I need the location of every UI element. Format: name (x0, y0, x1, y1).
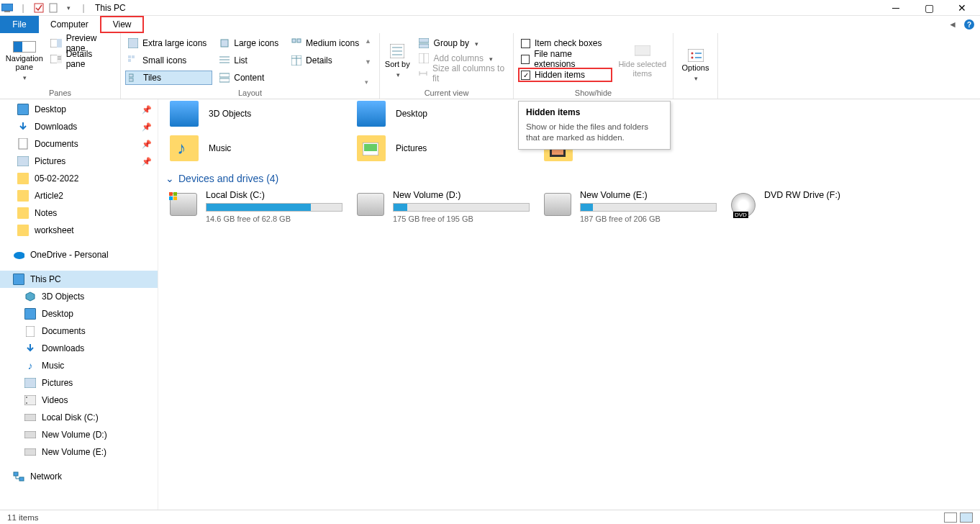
view-details[interactable]: Details (289, 53, 365, 68)
file-extensions-toggle[interactable]: File name extensions (518, 52, 612, 66)
drive-icon (24, 429, 36, 441)
pin-icon: 📌 (142, 122, 152, 132)
svg-rect-32 (419, 44, 429, 48)
layout-scroll-down[interactable]: ▼ (365, 58, 375, 66)
folder-3d-objects[interactable]: 3D Objects (170, 99, 335, 131)
tree-3d-objects[interactable]: 3D Objects (0, 288, 158, 305)
tree-documents[interactable]: Documents📌 (0, 135, 158, 153)
tree-folder[interactable]: worksheet (0, 222, 158, 239)
view-list[interactable]: List (217, 53, 284, 68)
drive-e[interactable]: New Volume (E:) 187 GB free of 206 GB (544, 190, 717, 223)
layout-scroll-up[interactable]: ▲ (365, 37, 375, 45)
sort-icon (390, 44, 404, 58)
tree-this-pc[interactable]: This PC (0, 271, 158, 288)
minimize-button[interactable]: ─ (879, 0, 912, 16)
tab-view[interactable]: View (100, 16, 145, 33)
desktop-icon (24, 308, 36, 320)
tree-downloads2[interactable]: Downloads (0, 340, 158, 357)
size-all-columns-button[interactable]: Size all columns to fit (415, 66, 509, 81)
group-label-showhide: Show/hide (518, 87, 668, 97)
separator: | (78, 2, 89, 14)
status-view-details[interactable] (944, 512, 957, 523)
navigation-pane-icon (13, 41, 36, 53)
drive-icon (357, 193, 384, 216)
status-text: 11 items (7, 513, 38, 522)
item-checkboxes-toggle[interactable]: Item check boxes (518, 36, 612, 50)
svg-rect-25 (219, 73, 230, 77)
folder-icon (357, 101, 386, 127)
navigation-tree[interactable]: Desktop📌 Downloads📌 Documents📌 Pictures📌… (0, 99, 158, 510)
layout-expand[interactable]: ▾ (365, 78, 375, 86)
tree-pictures[interactable]: Pictures📌 (0, 153, 158, 170)
view-medium[interactable]: Medium icons (289, 36, 365, 50)
tree-onedrive[interactable]: OneDrive - Personal (0, 246, 158, 263)
sort-by-button[interactable]: Sort by (384, 36, 411, 87)
tree-videos[interactable]: Videos (0, 392, 158, 409)
svg-marker-44 (26, 292, 35, 301)
group-label-panes: Panes (4, 87, 116, 97)
svg-rect-2 (35, 4, 43, 12)
options-button[interactable]: Options (678, 36, 713, 96)
qat-item[interactable] (33, 2, 45, 14)
preview-pane-button[interactable]: Preview pane (47, 36, 116, 50)
status-view-tiles[interactable] (960, 512, 973, 523)
hidden-items-toggle[interactable]: Hidden items (518, 68, 612, 82)
view-extra-large[interactable]: Extra large icons (125, 36, 212, 50)
maximize-button[interactable]: ▢ (912, 0, 945, 16)
tree-folder[interactable]: Article2 (0, 187, 158, 204)
svg-rect-41 (19, 138, 27, 149)
help-icon[interactable]: ? (964, 19, 974, 30)
svg-point-39 (691, 57, 693, 59)
view-tiles[interactable]: Tiles (125, 71, 212, 85)
tree-folder[interactable]: 05-02-2022 (0, 170, 158, 187)
navigation-pane-button[interactable]: Navigation pane (4, 36, 45, 87)
view-small[interactable]: Small icons (125, 53, 212, 68)
drive-d[interactable]: New Volume (D:) 175 GB free of 195 GB (357, 190, 530, 223)
tree-c-drive[interactable]: Local Disk (C:) (0, 409, 158, 426)
tree-documents2[interactable]: Documents (0, 322, 158, 340)
tree-network[interactable]: Network (0, 468, 158, 485)
svg-rect-38 (695, 53, 702, 54)
svg-rect-24 (129, 78, 133, 81)
hide-selected-button[interactable]: Hide selected items (617, 36, 669, 87)
folder-icon: ♪ (170, 135, 199, 161)
tab-file[interactable]: File (0, 16, 39, 33)
size-columns-icon (418, 68, 428, 79)
tree-desktop[interactable]: Desktop📌 (0, 101, 158, 118)
drive-c[interactable]: Local Disk (C:) 14.6 GB free of 62.8 GB (170, 190, 342, 223)
tree-desktop2[interactable]: Desktop (0, 305, 158, 322)
tree-folder[interactable]: Notes (0, 204, 158, 222)
group-by-button[interactable]: Group by (415, 36, 509, 50)
music-icon: ♪ (24, 360, 36, 371)
folder-pictures[interactable]: Pictures (357, 131, 522, 166)
folder-desktop[interactable]: Desktop (357, 99, 522, 131)
svg-rect-51 (24, 431, 36, 438)
tab-computer[interactable]: Computer (39, 16, 100, 33)
tree-music[interactable]: ♪Music (0, 357, 158, 374)
svg-rect-46 (24, 378, 36, 388)
drive-f[interactable]: DVD DVD RW Drive (F:) (731, 190, 904, 223)
tree-d-drive[interactable]: New Volume (D:) (0, 426, 158, 443)
thispc-icon (13, 274, 24, 285)
view-large[interactable]: Large icons (217, 36, 284, 50)
details-pane-button[interactable]: Details pane (47, 52, 116, 66)
tree-e-drive[interactable]: New Volume (E:) (0, 443, 158, 461)
folder-icon (17, 190, 29, 202)
qat-dropdown[interactable] (62, 2, 73, 14)
section-devices[interactable]: ⌄Devices and drives (4) (165, 173, 968, 184)
close-button[interactable]: ✕ (945, 0, 979, 16)
ribbon-pin-icon[interactable]: ◄ (948, 19, 957, 30)
view-content[interactable]: Content (217, 71, 284, 85)
onedrive-icon (13, 249, 24, 261)
details-pane-icon (50, 53, 62, 65)
svg-rect-3 (50, 4, 57, 12)
content-pane[interactable]: 3D Objects Desktop Downloads ♪Music Pict… (158, 99, 980, 510)
qat-item[interactable] (47, 2, 59, 14)
tree-downloads[interactable]: Downloads📌 (0, 118, 158, 135)
tree-pictures2[interactable]: Pictures (0, 374, 158, 392)
svg-rect-50 (24, 414, 36, 421)
svg-rect-14 (128, 55, 131, 58)
thispc-title-icon (1, 2, 13, 14)
folder-music[interactable]: ♪Music (170, 131, 335, 166)
svg-rect-10 (128, 38, 138, 48)
